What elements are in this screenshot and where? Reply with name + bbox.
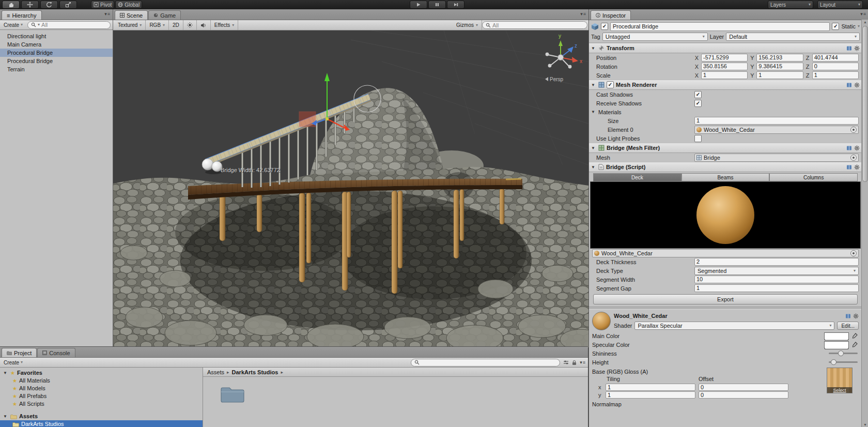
scale-z-field[interactable]: 1 bbox=[812, 71, 859, 79]
layer-dropdown[interactable]: Default▾ bbox=[726, 33, 860, 41]
scroll-down-icon[interactable]: ▼ bbox=[863, 423, 867, 426]
project-search-input[interactable] bbox=[411, 359, 560, 367]
active-checkbox[interactable]: ✓ bbox=[601, 23, 608, 30]
position-z-field[interactable]: 401.4744 bbox=[812, 54, 859, 62]
deck-thickness-field[interactable]: 2 bbox=[694, 258, 859, 266]
foldout-icon[interactable]: ▼ bbox=[3, 369, 8, 377]
material-thumbnail[interactable] bbox=[592, 312, 611, 330]
tree-item-darkarts-studios[interactable]: DarkArts Studios bbox=[0, 420, 203, 427]
sliders-icon[interactable] bbox=[563, 360, 569, 365]
hierarchy-item-procedural-bridge-selected[interactable]: Procedural Bridge bbox=[0, 49, 113, 57]
rotation-z-field[interactable]: 0 bbox=[812, 63, 859, 70]
segment-gap-field[interactable]: 1 bbox=[694, 284, 859, 292]
play-button[interactable] bbox=[410, 1, 427, 9]
create-button[interactable]: Create▾ bbox=[2, 22, 24, 28]
panel-menu-icon[interactable]: ▾≡ bbox=[580, 11, 586, 17]
audio-toggle[interactable] bbox=[197, 20, 211, 30]
tab-console[interactable]: Console bbox=[37, 348, 75, 357]
pivot-toggle[interactable]: Pivot bbox=[91, 1, 114, 9]
favorite-all-materials[interactable]: ★All Materials bbox=[0, 377, 203, 385]
foldout-icon[interactable]: ▼ bbox=[591, 46, 596, 51]
offset-y-field[interactable]: 0 bbox=[699, 391, 788, 399]
step-button[interactable] bbox=[447, 1, 464, 9]
transform-header[interactable]: ▼ Transform bbox=[589, 43, 862, 53]
help-icon[interactable] bbox=[846, 45, 852, 51]
deck-material-object-field[interactable]: Wood_White_Cedar bbox=[592, 249, 859, 257]
scale-tool-button[interactable] bbox=[59, 1, 77, 9]
select-texture-button[interactable]: Select bbox=[827, 387, 852, 393]
pause-button[interactable] bbox=[428, 1, 446, 9]
eyedropper-icon[interactable] bbox=[852, 333, 858, 339]
lighting-toggle[interactable] bbox=[183, 20, 197, 30]
breadcrumb-assets[interactable]: Assets bbox=[207, 369, 224, 375]
tab-scene[interactable]: Scene bbox=[115, 10, 148, 20]
position-y-field[interactable]: 156.2193 bbox=[756, 54, 803, 62]
hierarchy-item-directional-light[interactable]: Directional light bbox=[0, 32, 113, 40]
rotation-x-field[interactable]: 350.8156 bbox=[701, 63, 748, 70]
height-slider[interactable] bbox=[829, 361, 858, 363]
shader-dropdown[interactable]: Parallax Specular▾ bbox=[634, 322, 834, 330]
scene-viewport[interactable]: Bridge Width: 42.63772 Bridge Width: 42.… bbox=[113, 30, 588, 347]
edit-shader-button[interactable]: Edit... bbox=[837, 322, 859, 330]
gear-icon[interactable] bbox=[854, 45, 860, 51]
segment-width-field[interactable]: 10 bbox=[694, 276, 859, 283]
help-icon[interactable] bbox=[846, 82, 852, 88]
element0-object-field[interactable]: Wood_White_Cedar bbox=[694, 126, 859, 134]
hand-tool-button[interactable] bbox=[2, 1, 20, 9]
chevron-down-icon[interactable]: ▾ bbox=[858, 24, 860, 28]
hierarchy-search-input[interactable]: ▾ All bbox=[27, 21, 111, 29]
tab-project[interactable]: Project bbox=[2, 348, 37, 357]
mesh-object-field[interactable]: Bridge bbox=[694, 154, 859, 162]
bridge-script-header[interactable]: ▼ Bridge (Script) bbox=[589, 162, 862, 172]
tiling-y-field[interactable]: 1 bbox=[606, 391, 695, 399]
specular-color-swatch[interactable] bbox=[824, 341, 849, 348]
assets-group[interactable]: ▼Assets bbox=[0, 413, 203, 420]
materials-size-field[interactable]: 1 bbox=[694, 117, 859, 125]
foldout-icon[interactable]: ▼ bbox=[591, 165, 596, 170]
object-picker-icon[interactable] bbox=[850, 250, 857, 256]
gameobject-name-field[interactable]: Procedural Bridge bbox=[610, 22, 830, 31]
foldout-icon[interactable]: ▼ bbox=[591, 83, 596, 87]
scrollbar-thumb[interactable] bbox=[862, 26, 868, 182]
mesh-renderer-header[interactable]: ▼ ✓ Mesh Renderer bbox=[589, 80, 862, 90]
export-button[interactable]: Export bbox=[593, 294, 858, 304]
materials-foldout-row[interactable]: ▼ Materials bbox=[589, 108, 862, 116]
project-content-area[interactable] bbox=[203, 377, 588, 427]
foldout-icon[interactable]: ▼ bbox=[3, 413, 8, 420]
tab-inspector[interactable]: Inspector bbox=[591, 10, 631, 20]
tag-dropdown[interactable]: Untagged▾ bbox=[602, 33, 708, 41]
favorite-all-models[interactable]: ★All Models bbox=[0, 385, 203, 392]
2d-toggle[interactable]: 2D bbox=[169, 20, 183, 30]
tiling-x-field[interactable]: 1 bbox=[606, 384, 695, 391]
mesh-filter-header[interactable]: ▼ Bridge (Mesh Filter) bbox=[589, 143, 862, 153]
scroll-up-icon[interactable]: ▲ bbox=[863, 20, 867, 24]
main-color-swatch[interactable] bbox=[824, 332, 849, 340]
tab-hierarchy[interactable]: ≡Hierarchy bbox=[2, 10, 42, 20]
lock-icon[interactable] bbox=[572, 360, 577, 365]
gear-icon[interactable] bbox=[853, 313, 859, 319]
panel-menu-icon[interactable]: ▾≡ bbox=[860, 11, 866, 17]
breadcrumb-current[interactable]: DarkArts Studios bbox=[232, 369, 278, 375]
gear-icon[interactable] bbox=[854, 145, 860, 151]
scale-x-field[interactable]: 1 bbox=[701, 71, 748, 79]
panel-men​u-icon[interactable]: ▾≡ bbox=[580, 360, 586, 365]
component-enabled-checkbox[interactable]: ✓ bbox=[607, 81, 614, 88]
base-texture-thumbnail[interactable]: Select bbox=[827, 368, 853, 393]
cast-shadows-checkbox[interactable]: ✓ bbox=[694, 91, 702, 98]
hierarchy-item-procedural-bridge[interactable]: Procedural Bridge bbox=[0, 57, 113, 65]
favorite-all-prefabs[interactable]: ★All Prefabs bbox=[0, 392, 203, 400]
receive-shadows-checkbox[interactable]: ✓ bbox=[694, 100, 702, 107]
inspector-scrollbar[interactable]: ▲ ▼ bbox=[861, 20, 868, 427]
help-icon[interactable] bbox=[845, 313, 851, 319]
hierarchy-item-terrain[interactable]: Terrain bbox=[0, 65, 113, 73]
light-probes-checkbox[interactable] bbox=[694, 135, 702, 142]
scene-search-input[interactable]: All bbox=[482, 21, 587, 29]
static-checkbox[interactable]: ✓ bbox=[832, 23, 839, 30]
scale-y-field[interactable]: 1 bbox=[756, 71, 803, 79]
favorites-group[interactable]: ▼★Favorites bbox=[0, 369, 203, 377]
tab-game[interactable]: Game bbox=[148, 10, 181, 20]
layers-dropdown[interactable]: Layers▾ bbox=[768, 1, 813, 9]
help-icon[interactable] bbox=[846, 145, 852, 151]
create-button[interactable]: Create▾ bbox=[2, 360, 24, 365]
favorite-all-scripts[interactable]: ★All Scripts bbox=[0, 400, 203, 408]
